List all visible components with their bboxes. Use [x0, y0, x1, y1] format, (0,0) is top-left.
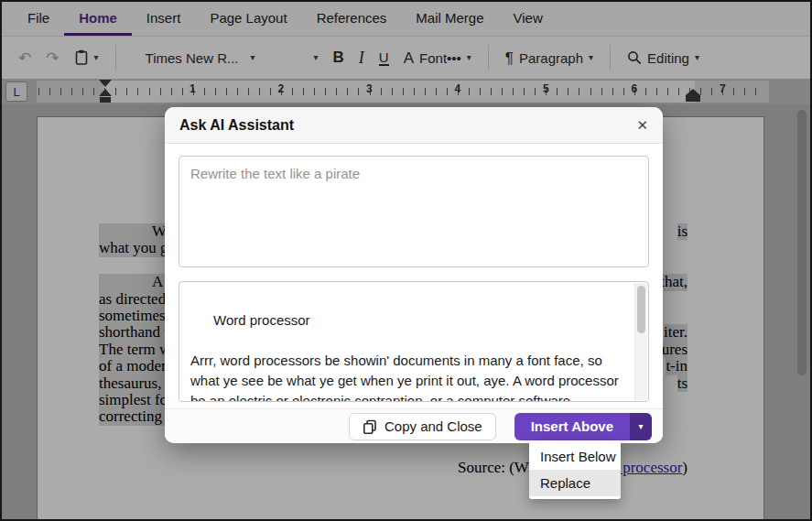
insert-options-menu: Insert Below Replace: [529, 440, 621, 499]
ask-ai-assistant-dialog: Ask AI Assistant ✕ Word processor Arrr, …: [165, 107, 663, 443]
copy-and-close-label: Copy and Close: [384, 418, 482, 434]
copy-icon: [363, 419, 377, 434]
ai-response-text: Word processor Arrr, word processors be …: [190, 312, 623, 402]
response-scrollbar-track[interactable]: [634, 283, 647, 400]
ai-response-box[interactable]: Word processor Arrr, word processors be …: [179, 281, 649, 402]
dialog-footer: Copy and Close Insert Above ▾: [165, 408, 663, 443]
close-icon[interactable]: ✕: [636, 107, 648, 144]
ai-prompt-input[interactable]: [179, 156, 649, 267]
chevron-down-icon: ▾: [638, 421, 643, 431]
insert-split-button: Insert Above ▾: [514, 413, 652, 440]
insert-above-button[interactable]: Insert Above: [514, 413, 630, 440]
dialog-header: Ask AI Assistant ✕: [165, 107, 663, 144]
insert-options-arrow-button[interactable]: ▾: [630, 413, 652, 440]
response-scrollbar-thumb[interactable]: [637, 286, 645, 333]
copy-and-close-button[interactable]: Copy and Close: [349, 413, 496, 440]
app-window: File Home Insert Page Layout References …: [0, 0, 812, 521]
menu-option[interactable]: Replace: [529, 470, 621, 496]
dialog-title: Ask AI Assistant: [179, 107, 294, 144]
menu-option[interactable]: Insert Below: [529, 443, 621, 470]
